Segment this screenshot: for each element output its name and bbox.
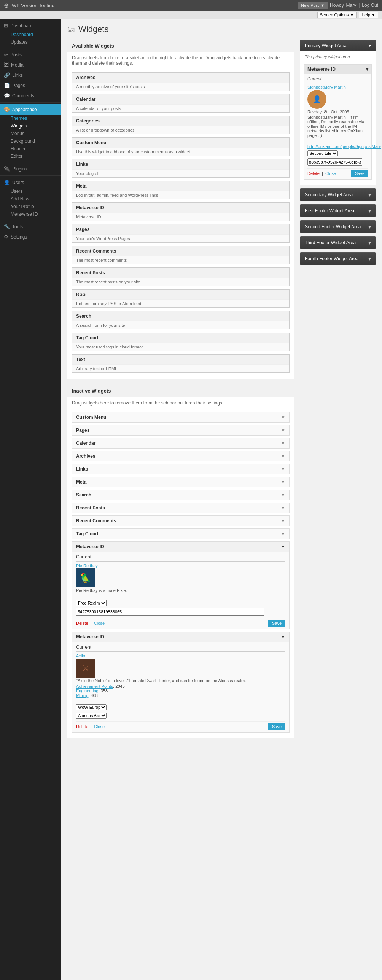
sidebar-item-pages[interactable]: 📄 Pages [0,80,61,91]
sidebar-item-appearance[interactable]: 🎨 Appearance [0,104,61,115]
widget-item-header-7[interactable]: Pages [72,224,289,235]
mei1-save-button[interactable]: Save [268,620,285,627]
mei1-delete-link[interactable]: Delete [76,621,88,625]
mei1-world-select[interactable]: Free Realms [76,600,107,606]
help-button[interactable]: Help ▼ [359,12,378,18]
inactive-widget-item[interactable]: Recent Comments ▼ [72,515,290,526]
fourth-footer-widget-area[interactable]: Fourth Footer Widget Area ▾ [300,252,376,265]
sidebar-sub-add-new[interactable]: Add New [0,195,61,203]
available-widget-item[interactable]: Recent Posts The most recent posts on yo… [72,267,290,286]
available-widget-item[interactable]: Custom Menu Use this widget to add one o… [72,137,290,156]
available-widget-item[interactable]: Links Your blogroll [72,159,290,178]
inactive-widget-item[interactable]: Calendar ▼ [72,438,290,449]
mei1-close-link[interactable]: Close [94,621,105,625]
profile-link[interactable]: SignpostMarv Martin [307,85,346,89]
screen-options-button[interactable]: Screen Options ▼ [317,12,357,18]
inactive-widget-item[interactable]: Meta ▼ [72,477,290,487]
mei2-engineering-link[interactable]: Engineering [76,689,99,693]
widget-item-header-12[interactable]: Tag Cloud [72,333,289,343]
mei2-world-select[interactable]: WoW Europe [76,704,107,710]
widget-item-header-0[interactable]: Archives [72,73,289,83]
sidebar-item-users[interactable]: 👤 Users [0,177,61,188]
mei2-realm-select[interactable]: Alonsus Axilo [76,713,107,719]
widget-item-header-3[interactable]: Custom Menu [72,138,289,148]
mei1-id-input[interactable] [76,608,264,616]
sidebar-sub-header[interactable]: Header [0,145,61,153]
sidebar-sub-dashboard[interactable]: Dashboard [0,31,61,38]
sidebar-sub-editor[interactable]: Editor [0,153,61,160]
sidebar-item-links[interactable]: 🔗 Links [0,70,61,80]
inactive-widget-item[interactable]: Custom Menu ▼ [72,412,290,423]
sidebar-item-posts[interactable]: ✏ Posts [0,49,61,60]
mei2-header[interactable]: Metaverse ID ▼ [72,632,289,642]
sidebar-sub-themes[interactable]: Themes [0,115,61,122]
world-select-primary[interactable]: Second Life [307,150,338,156]
save-button-primary[interactable]: Save [351,170,368,177]
logout-link[interactable]: Log Out [362,3,378,8]
secondary-widget-area[interactable]: Secondary Widget Area ▾ [300,188,376,201]
sidebar-sub-metaverse-id[interactable]: Metaverse ID [0,210,61,218]
first-footer-widget-area-header[interactable]: First Footer Widget Area ▾ [300,205,376,217]
sidebar-item-plugins[interactable]: 🔌 Plugins [0,164,61,174]
widget-item-header-10[interactable]: RSS [72,290,289,300]
first-footer-widget-area[interactable]: First Footer Widget Area ▾ [300,204,376,217]
sidebar-item-media[interactable]: 🖼 Media [0,60,61,70]
available-widget-item[interactable]: RSS Entries from any RSS or Atom feed [72,289,290,308]
mei2-save-button[interactable]: Save [268,723,285,730]
secondary-widget-area-header[interactable]: Secondary Widget Area ▾ [300,189,376,201]
mei2-close-link[interactable]: Close [94,724,105,729]
sidebar-item-settings[interactable]: ⚙ Settings [0,232,61,242]
inactive-widget-item[interactable]: Search ▼ [72,490,290,500]
available-widget-item[interactable]: Archives A monthly archive of your site'… [72,72,290,91]
available-widget-item[interactable]: Meta Log in/out, admin, feed and WordPre… [72,181,290,199]
inactive-widget-item[interactable]: Tag Cloud ▼ [72,528,290,539]
available-widget-item[interactable]: Search A search form for your site [72,311,290,329]
third-footer-widget-area-header[interactable]: Third Footer Widget Area ▾ [300,237,376,249]
inactive-widget-item[interactable]: Archives ▼ [72,451,290,461]
widget-item-header-2[interactable]: Categories [72,116,289,126]
mei1-profile-link[interactable]: Pie Redbay [76,563,98,568]
mei2-delete-link[interactable]: Delete [76,724,88,729]
sidebar-sub-widgets[interactable]: Widgets [0,122,61,130]
widget-item-header-13[interactable]: Text [72,355,289,365]
primary-widget-area-header[interactable]: Primary Widget Area ▾ [300,40,376,51]
second-footer-widget-area[interactable]: Second Footer Widget Area ▾ [300,220,376,233]
available-widget-item[interactable]: Metaverse ID Metaverse ID [72,202,290,221]
inactive-widget-item[interactable]: Links ▼ [72,464,290,474]
widget-item-header-9[interactable]: Recent Posts [72,268,289,278]
inactive-widget-item[interactable]: Pages ▼ [72,425,290,436]
widget-profile-link[interactable]: http://onxiam.com/people/SignpostMarv [307,144,381,149]
sidebar-sub-menus[interactable]: Menus [0,130,61,137]
available-widget-item[interactable]: Recent Comments The most recent comments [72,246,290,264]
id-input-primary[interactable] [307,158,362,166]
fourth-footer-widget-area-header[interactable]: Fourth Footer Widget Area ▾ [300,253,376,265]
sidebar-item-tools[interactable]: 🔧 Tools [0,221,61,232]
sidebar-sub-background[interactable]: Background [0,137,61,145]
sidebar-sub-your-profile[interactable]: Your Profile [0,203,61,210]
widget-item-header-6[interactable]: Metaverse ID [72,203,289,213]
mei2-profile-link[interactable]: Axilo [76,654,85,658]
available-widget-item[interactable]: Tag Cloud Your most used tags in cloud f… [72,332,290,351]
new-post-button[interactable]: New Post ▼ [298,2,328,9]
delete-link-primary[interactable]: Delete [307,171,320,176]
sidebar-item-dashboard[interactable]: ⊞ Dashboard [0,21,61,31]
sidebar-sub-users[interactable]: Users [0,188,61,195]
widget-item-header-8[interactable]: Recent Comments [72,246,289,256]
sidebar-item-comments[interactable]: 💬 Comments [0,91,61,101]
widget-item-header-5[interactable]: Meta [72,181,289,191]
widget-item-header-4[interactable]: Links [72,159,289,170]
metaverse-widget-header[interactable]: Metaverse ID ▾ [304,65,371,74]
close-link-primary[interactable]: Close [325,171,336,176]
second-footer-widget-area-header[interactable]: Second Footer Widget Area ▾ [300,221,376,233]
inactive-widget-item[interactable]: Recent Posts ▼ [72,503,290,513]
available-widget-item[interactable]: Text Arbitrary text or HTML [72,354,290,373]
sidebar-sub-updates[interactable]: Updates [0,38,61,46]
third-footer-widget-area[interactable]: Third Footer Widget Area ▾ [300,236,376,249]
widget-item-header-1[interactable]: Calendar [72,94,289,105]
available-widget-item[interactable]: Categories A list or dropdown of categor… [72,116,290,134]
mei2-achievement-link[interactable]: Achievement Points [76,684,113,689]
mei1-header[interactable]: Metaverse ID ▼ [72,542,289,552]
available-widget-item[interactable]: Calendar A calendar of your posts [72,94,290,113]
mei2-mining-link[interactable]: Mining [76,693,88,698]
available-widget-item[interactable]: Pages Your site's WordPress Pages [72,224,290,243]
